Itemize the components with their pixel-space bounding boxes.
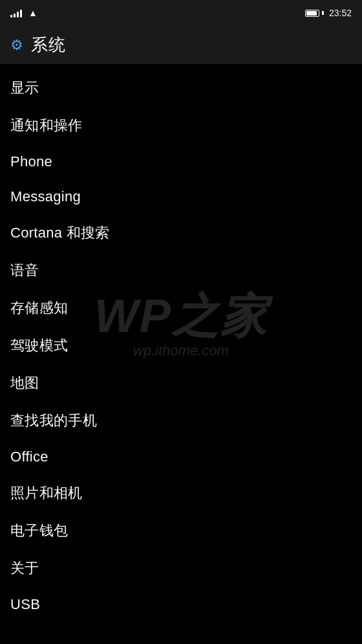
page-title: 系统 bbox=[31, 34, 65, 56]
signal-icon bbox=[10, 8, 22, 17]
settings-item-label-maps: 地图 bbox=[10, 373, 39, 393]
gear-icon: ⚙ bbox=[10, 38, 23, 52]
settings-item-label-find-phone: 查找我的手机 bbox=[10, 411, 97, 430]
settings-item-storage[interactable]: 存储感知 bbox=[0, 289, 362, 327]
settings-item-maps[interactable]: 地图 bbox=[0, 364, 362, 402]
status-left: ▲ bbox=[10, 8, 37, 18]
settings-item-cortana[interactable]: Cortana 和搜索 bbox=[0, 214, 362, 252]
settings-list: 显示通知和操作PhoneMessagingCortana 和搜索语音存储感知驾驶… bbox=[0, 64, 362, 627]
settings-item-label-office: Office bbox=[10, 449, 48, 465]
settings-item-photos[interactable]: 照片和相机 bbox=[0, 474, 362, 512]
settings-item-label-wallet: 电子钱包 bbox=[10, 521, 68, 540]
status-bar: ▲ 23:52 bbox=[0, 0, 362, 23]
settings-item-display[interactable]: 显示 bbox=[0, 69, 362, 107]
settings-item-driving[interactable]: 驾驶模式 bbox=[0, 327, 362, 364]
status-right: 23:52 bbox=[305, 8, 352, 18]
settings-item-label-cortana: Cortana 和搜索 bbox=[10, 223, 110, 243]
settings-item-label-driving: 驾驶模式 bbox=[10, 336, 68, 355]
settings-item-label-messaging: Messaging bbox=[10, 188, 81, 205]
settings-item-wallet[interactable]: 电子钱包 bbox=[0, 512, 362, 550]
settings-item-notifications[interactable]: 通知和操作 bbox=[0, 107, 362, 144]
settings-item-label-notifications: 通知和操作 bbox=[10, 116, 83, 135]
settings-item-voice[interactable]: 语音 bbox=[0, 252, 362, 289]
settings-item-usb[interactable]: USB bbox=[0, 587, 362, 622]
settings-item-label-photos: 照片和相机 bbox=[10, 483, 83, 503]
settings-item-label-display: 显示 bbox=[10, 78, 39, 98]
status-time: 23:52 bbox=[329, 8, 352, 18]
settings-item-label-usb: USB bbox=[10, 596, 40, 613]
settings-item-label-voice: 语音 bbox=[10, 261, 39, 280]
wifi-icon: ▲ bbox=[28, 8, 37, 18]
settings-item-office[interactable]: Office bbox=[0, 439, 362, 474]
settings-item-label-storage: 存储感知 bbox=[10, 298, 68, 318]
battery-icon bbox=[305, 10, 324, 17]
settings-item-messaging[interactable]: Messaging bbox=[0, 179, 362, 214]
settings-item-find-phone[interactable]: 查找我的手机 bbox=[0, 402, 362, 439]
settings-item-phone[interactable]: Phone bbox=[0, 144, 362, 179]
settings-item-label-phone: Phone bbox=[10, 153, 52, 170]
page-header: ⚙ 系统 bbox=[0, 23, 362, 64]
settings-item-about[interactable]: 关于 bbox=[0, 550, 362, 587]
settings-item-label-about: 关于 bbox=[10, 559, 39, 578]
